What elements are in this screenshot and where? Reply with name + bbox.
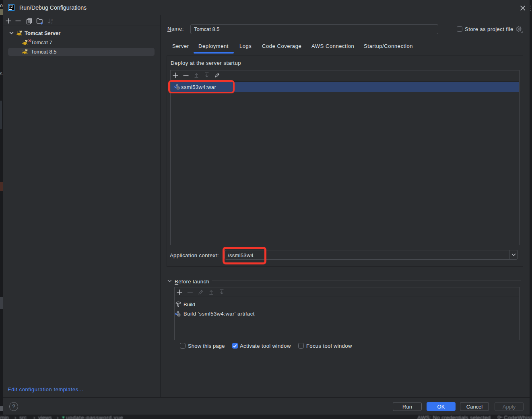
- svg-text:a: a: [51, 18, 53, 21]
- svg-text:z: z: [51, 21, 53, 24]
